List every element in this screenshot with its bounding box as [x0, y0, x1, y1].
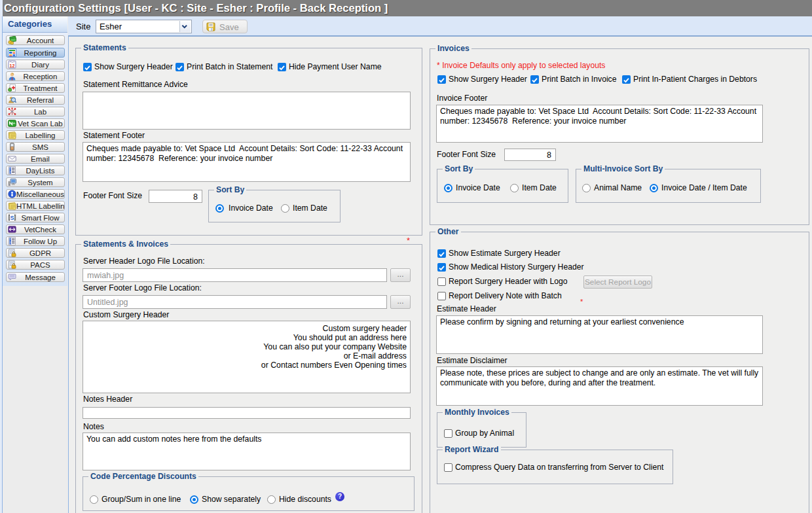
svg-text:2: 2	[10, 241, 11, 244]
svg-text:12: 12	[10, 63, 15, 68]
svg-text:1: 1	[10, 238, 11, 241]
svg-text:1: 1	[10, 168, 11, 170]
svg-text:S: S	[10, 215, 14, 221]
svg-text:2: 2	[10, 171, 11, 173]
